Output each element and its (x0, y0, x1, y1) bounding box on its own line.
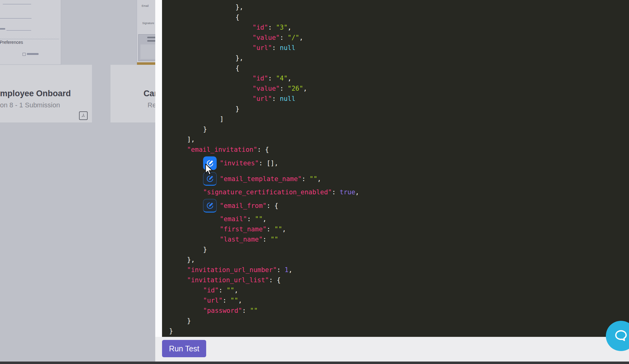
code-line: "url": "", (162, 296, 629, 306)
code-line: "url": null (162, 0, 629, 2)
code-text: "value": "26", (252, 85, 307, 92)
code-text: } (169, 327, 173, 335)
code-text: "email_invitation": { (187, 146, 269, 153)
code-text: { (235, 64, 240, 72)
code-line: "value": "/", (162, 33, 629, 43)
code-line: "email": "", (162, 214, 629, 224)
code-text: } (187, 317, 191, 325)
code-text: }, (235, 54, 243, 62)
code-line: } (162, 104, 629, 114)
code-line: "invitees": [], (162, 156, 629, 171)
code-text: ] (220, 115, 224, 123)
code-text: "invitees": [], (220, 159, 278, 167)
code-line: "email_invitation": { (162, 145, 629, 155)
code-line: "id": "3", (162, 23, 629, 33)
run-test-button[interactable]: Run Test (162, 340, 206, 357)
insert-variable-button[interactable] (203, 199, 217, 213)
code-text: "email_from": { (220, 202, 278, 209)
edit-icon (206, 201, 214, 210)
window-bottom-edge (0, 362, 629, 364)
test-runner-panel: "url": null},{"id": "3","value": "/","ur… (155, 0, 629, 362)
code-text: "last_name": "" (220, 236, 278, 243)
code-line: "last_name": "" (162, 234, 629, 245)
code-line: } (162, 316, 629, 326)
code-line: "url": null (162, 43, 629, 53)
chat-bubble-icon (613, 328, 629, 344)
code-line: "email_from": { (162, 198, 629, 213)
code-line: "email_template_name": "", (162, 172, 629, 186)
code-text: "value": "/", (252, 34, 303, 41)
code-text: "url": null (252, 95, 295, 102)
code-line: } (162, 124, 629, 134)
code-line: { (162, 63, 629, 73)
code-line: }, (162, 53, 629, 63)
code-text: }, (187, 256, 195, 263)
json-payload-editor[interactable]: "url": null},{"id": "3","value": "/","ur… (162, 0, 629, 337)
code-text: "email": "", (220, 215, 267, 223)
code-line: "invitation_url_number": 1, (162, 265, 629, 275)
code-line: "url": null (162, 94, 629, 104)
code-text: "invitation_url_number": 1, (187, 266, 292, 274)
code-text: } (203, 126, 207, 133)
code-line: { (162, 12, 629, 23)
code-text: } (235, 105, 240, 113)
code-line: ] (162, 114, 629, 124)
mouse-cursor (205, 164, 215, 177)
code-text: }, (235, 3, 243, 11)
code-line: "password": "" (162, 306, 629, 316)
code-line: "id": "", (162, 285, 629, 296)
code-text: "first_name": "", (220, 225, 286, 233)
code-text: "url": null (252, 0, 295, 1)
code-text: "url": "", (203, 297, 242, 304)
code-line: "first_name": "", (162, 224, 629, 234)
code-text: "password": "" (203, 307, 258, 314)
code-line: "value": "26", (162, 84, 629, 94)
code-text: } (203, 246, 207, 253)
code-line: } (162, 245, 629, 255)
code-line: "signature_certification_enabled": true, (162, 187, 629, 197)
code-text: "email_template_name": "", (220, 175, 321, 183)
code-text: "url": null (252, 44, 295, 52)
code-line: } (162, 326, 629, 336)
code-text: "invitation_url_list": { (187, 276, 281, 284)
code-text: "id": "3", (252, 24, 291, 31)
code-line: "id": "4", (162, 73, 629, 84)
code-text: { (235, 14, 240, 21)
code-text: "id": "", (203, 287, 238, 294)
code-line: }, (162, 255, 629, 265)
code-line: "invitation_url_list": { (162, 275, 629, 285)
code-line: }, (162, 2, 629, 12)
code-text: "signature_certification_enabled": true, (203, 188, 359, 196)
code-line: ], (162, 134, 629, 145)
code-text: "id": "4", (252, 75, 291, 82)
panel-footer: Run Test (155, 337, 629, 362)
code-text: ], (187, 136, 195, 143)
